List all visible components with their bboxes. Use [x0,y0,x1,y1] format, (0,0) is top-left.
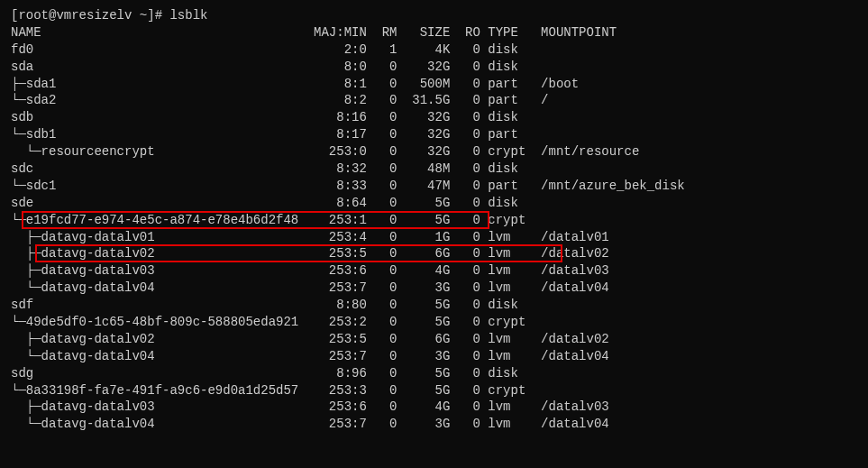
lsblk-row: ├─datavg-datalv01 253:4 0 1G 0 lvm /data… [11,229,857,246]
lsblk-row: └─datavg-datalv04 253:7 0 3G 0 lvm /data… [11,416,857,433]
lsblk-row: └─sda2 8:2 0 31.5G 0 part / [11,92,857,109]
lsblk-row: └─datavg-datalv04 253:7 0 3G 0 lvm /data… [11,280,857,297]
lsblk-row: ├─datavg-datalv03 253:6 0 4G 0 lvm /data… [11,399,857,416]
lsblk-row: └─datavg-datalv04 253:7 0 3G 0 lvm /data… [11,348,857,365]
lsblk-row: └─sdb1 8:17 0 32G 0 part [11,126,857,143]
highlight-annotation [35,244,562,262]
highlight-annotation [22,211,490,229]
lsblk-row: ├─datavg-datalv03 253:6 0 4G 0 lvm /data… [11,262,857,280]
lsblk-row: ├─datavg-datalv02 253:5 0 6G 0 lvm /data… [11,245,857,262]
lsblk-row: └─8a33198f-fa7e-491f-a9c6-e9d0a1d25d57 2… [11,382,857,399]
lsblk-row: └─sdc1 8:33 0 47M 0 part /mnt/azure_bek_… [11,178,857,195]
shell-prompt: [root@vmresizelv ~]# lsblk [11,7,857,24]
lsblk-row: sdg 8:96 0 5G 0 disk [11,365,857,382]
lsblk-header: NAME MAJ:MIN RM SIZE RO TYPE MOUNTPOINT [11,24,857,41]
lsblk-row: └─49de5df0-1c65-48bf-809c-588805eda921 2… [11,314,857,331]
lsblk-row: sda 8:0 0 32G 0 disk [11,59,857,76]
lsblk-row: sdf 8:80 0 5G 0 disk [11,297,857,314]
lsblk-row: ├─datavg-datalv02 253:5 0 6G 0 lvm /data… [11,331,857,348]
lsblk-row: sdc 8:32 0 48M 0 disk [11,161,857,178]
lsblk-row: sdb 8:16 0 32G 0 disk [11,109,857,126]
lsblk-row: fd0 2:0 1 4K 0 disk [11,41,857,59]
lsblk-row: sde 8:64 0 5G 0 disk [11,195,857,212]
lsblk-row: ├─sda1 8:1 0 500M 0 part /boot [11,76,857,93]
lsblk-row: └─e19fcd77-e974-4e5c-a874-e78e4b6d2f48 2… [11,212,857,229]
lsblk-rows: fd0 2:0 1 4K 0 disk sda 8:0 0 32G 0 disk… [11,41,857,433]
terminal-output: [root@vmresizelv ~]# lsblk NAME MAJ:MIN … [11,7,857,433]
lsblk-row: └─resourceencrypt 253:0 0 32G 0 crypt /m… [11,143,857,161]
